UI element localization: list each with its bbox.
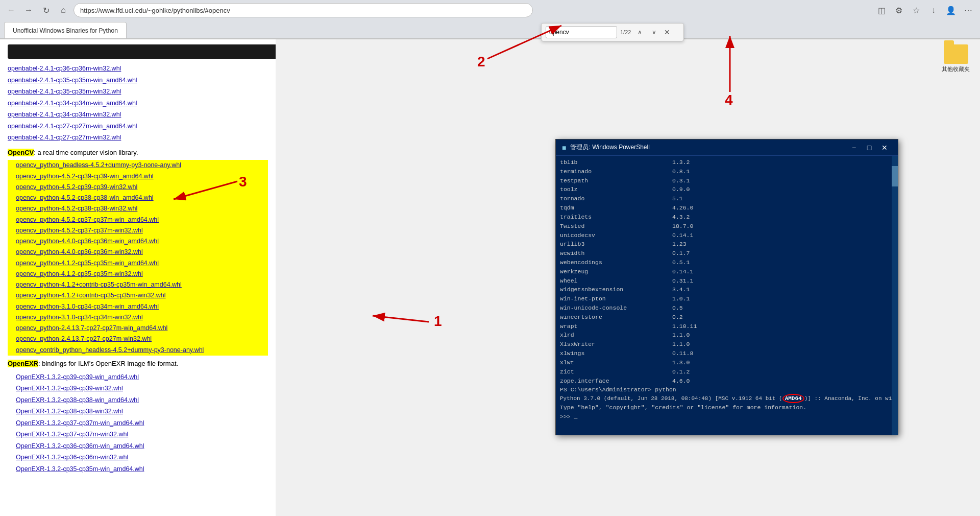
- forward-button[interactable]: →: [21, 3, 36, 17]
- opencv-link-12[interactable]: opencv_python-4.1.2+contrib-cp35-cp35m-w…: [8, 279, 268, 290]
- openexr-link-8[interactable]: OpenEXR-1.3.2-cp36-cp36m-win32.whl: [16, 452, 268, 463]
- find-prev-button[interactable]: ∧: [634, 27, 645, 38]
- ps-row-toolz: toolz0.9.0: [560, 185, 888, 194]
- openexr-link-9[interactable]: OpenEXR-1.3.2-cp35-cp35m-win_amd64.whl: [16, 463, 268, 475]
- ps-row-xlwt: xlwt1.3.0: [560, 358, 888, 367]
- opencv-link-2[interactable]: opencv_python-4.5.2-cp39-cp39-win_amd64.…: [8, 171, 268, 182]
- address-bar[interactable]: [74, 3, 533, 17]
- ps-row-tqdm: tqdm4.26.0: [560, 203, 888, 213]
- opencv-link-4[interactable]: opencv_python-4.5.2-cp38-cp38-win_amd64.…: [8, 193, 268, 203]
- openexr-link-7[interactable]: OpenEXR-1.3.2-cp36-cp36m-win_amd64.whl: [16, 440, 268, 452]
- openexr-link-2[interactable]: OpenEXR-1.3.2-cp39-cp39-win32.whl: [16, 383, 268, 394]
- powershell-window: ■ 管理员: Windows PowerShell − □ ✕ tblib1.3…: [555, 139, 898, 435]
- ps-row-win-unicode: win-unicode-console0.5: [560, 303, 888, 313]
- main-content: openbabel-2.4.1-cp36-cp36m-win32.whl ope…: [0, 39, 980, 516]
- ps-row-widgetsnbext: widgetsnbextension3.4.1: [560, 285, 888, 294]
- opencv-link-15[interactable]: opencv_python-3.1.0-cp34-cp34m-win32.whl: [8, 312, 268, 323]
- find-close-button[interactable]: ✕: [663, 28, 672, 37]
- ps-close-btn[interactable]: ✕: [877, 142, 892, 154]
- more-button[interactable]: ⋯: [961, 3, 976, 18]
- find-input[interactable]: [546, 26, 617, 38]
- opencv-link-10[interactable]: opencv_python-4.1.2-cp35-cp35m-win_amd64…: [8, 258, 268, 269]
- ps-row-traitlets: traitlets4.3.2: [560, 213, 888, 222]
- ps-minimize-btn[interactable]: −: [847, 142, 861, 154]
- openexr-section-header: OpenEXR: bindings for ILM's OpenEXR imag…: [8, 359, 268, 369]
- ps-row-zope: zope.interface4.6.0: [560, 377, 888, 386]
- ps-help-line: Type "help", "copyright", "credits" or "…: [560, 403, 888, 412]
- ps-title-icon: ■: [562, 144, 566, 152]
- ps-row-zict: zict0.1.2: [560, 367, 888, 377]
- download-button[interactable]: ↓: [926, 3, 941, 18]
- webpage-panel: openbabel-2.4.1-cp36-cp36m-win32.whl ope…: [0, 39, 276, 516]
- ps-inner: tblib1.3.2 terminado0.8.1 testpath0.3.1 …: [556, 156, 898, 435]
- ps-row-xlwings: xlwings0.11.8: [560, 349, 888, 358]
- ps-row-terminado: terminado0.8.1: [560, 167, 888, 176]
- ps-prompt-line: PS C:\Users\Administrator> python: [560, 385, 888, 394]
- ps-row-urllib3: urllib31.23: [560, 240, 888, 249]
- openexr-link-5[interactable]: OpenEXR-1.3.2-cp37-cp37m-win_amd64.whl: [16, 417, 268, 429]
- openexr-link-6[interactable]: OpenEXR-1.3.2-cp37-cp37m-win32.whl: [16, 429, 268, 440]
- ps-row-testpath: testpath0.3.1: [560, 176, 888, 185]
- opencv-link-9[interactable]: opencv_python-4.4.0-cp36-cp36m-win32.whl: [8, 247, 268, 257]
- openexr-link-4[interactable]: OpenEXR-1.3.2-cp38-cp38-win32.whl: [16, 406, 268, 417]
- ps-window-buttons: − □ ✕: [847, 142, 892, 154]
- openexr-links-section: OpenEXR-1.3.2-cp39-cp39-win_amd64.whl Op…: [8, 371, 268, 475]
- opencv-link-5[interactable]: opencv_python-4.5.2-cp38-cp38-win32.whl: [8, 203, 268, 214]
- browser-icons-area: ◫ ⚙ ☆ ↓ 👤 ⋯: [874, 3, 976, 18]
- openbabel-link-3[interactable]: openbabel-2.4.1-cp35-cp35m-win32.whl: [8, 86, 268, 98]
- back-button[interactable]: ←: [4, 3, 18, 17]
- ps-row-tornado: tornado5.1: [560, 194, 888, 203]
- openbabel-link-7[interactable]: openbabel-2.4.1-cp27-cp27m-win32.whl: [8, 132, 268, 144]
- ps-title-text: 管理员: Windows PowerShell: [570, 143, 847, 152]
- extensions-button[interactable]: ◫: [874, 3, 889, 18]
- opencv-link-18[interactable]: opencv_contrib_python_headless-4.5.2+dum…: [8, 345, 268, 356]
- ps-row-wcwidth: wcwidth0.1.7: [560, 249, 888, 258]
- openbabel-link-2[interactable]: openbabel-2.4.1-cp35-cp35m-win_amd64.whl: [8, 75, 268, 86]
- opencv-link-3[interactable]: opencv_python-4.5.2-cp39-cp39-win32.whl: [8, 182, 268, 193]
- opencv-link-6[interactable]: opencv_python-4.5.2-cp37-cp37m-win_amd64…: [8, 215, 268, 225]
- openbabel-link-1[interactable]: openbabel-2.4.1-cp36-cp36m-win32.whl: [8, 63, 268, 75]
- ps-content[interactable]: tblib1.3.2 terminado0.8.1 testpath0.3.1 …: [556, 156, 892, 435]
- home-button[interactable]: ⌂: [56, 3, 70, 17]
- ps-row-wheel: wheel0.31.1: [560, 276, 888, 286]
- ps-row-webencodings: webencodings0.5.1: [560, 258, 888, 267]
- ps-maximize-btn[interactable]: □: [862, 142, 876, 154]
- opencv-link-1[interactable]: opencv_python_headless-4.5.2+dummy-py3-n…: [8, 160, 268, 171]
- active-tab[interactable]: Unofficial Windows Binaries for Python: [4, 22, 127, 38]
- ps-row-wincertstore: wincertstore0.2: [560, 313, 888, 322]
- refresh-button[interactable]: ↻: [39, 3, 53, 17]
- openexr-link-1[interactable]: OpenEXR-1.3.2-cp39-cp39-win_amd64.whl: [16, 371, 268, 383]
- favorites-button[interactable]: ☆: [909, 3, 924, 18]
- opencv-link-17[interactable]: opencv_python-2.4.13.7-cp27-cp27m-win32.…: [8, 334, 268, 344]
- tab-title: Unofficial Windows Binaries for Python: [13, 27, 118, 34]
- ps-row-xlsxwriter: XlsxWriter1.1.0: [560, 340, 888, 349]
- openbabel-link-5[interactable]: openbabel-2.4.1-cp34-cp34m-win32.whl: [8, 109, 268, 121]
- find-bar: 1/22 ∧ ∨ ✕: [541, 23, 684, 41]
- settings-button[interactable]: ⚙: [891, 3, 906, 18]
- ps-row-unicodecsv: unicodecsv0.14.1: [560, 231, 888, 240]
- ps-row-twisted: Twisted18.7.0: [560, 222, 888, 231]
- opencv-link-16[interactable]: opencv_python-2.4.13.7-cp27-cp27m-win_am…: [8, 323, 268, 334]
- opencv-link-14[interactable]: opencv_python-3.1.0-cp34-cp34m-win_amd64…: [8, 301, 268, 312]
- ps-scrollbar-thumb[interactable]: [892, 166, 898, 186]
- openbabel-link-6[interactable]: openbabel-2.4.1-cp27-cp27m-win_amd64.whl: [8, 121, 268, 132]
- opencv-links-section: opencv_python_headless-4.5.2+dummy-py3-n…: [8, 160, 268, 356]
- ps-row-werkzeug: Werkzeug0.14.1: [560, 267, 888, 276]
- opencv-link-11[interactable]: opencv_python-4.1.2-cp35-cp35m-win32.whl: [8, 269, 268, 279]
- ps-cursor-line: >>> _: [560, 412, 888, 421]
- ps-python-version-line: Python 3.7.0 (default, Jun 28 2018, 08:0…: [560, 394, 888, 403]
- openexr-link-3[interactable]: OpenEXR-1.3.2-cp38-cp38-win_amd64.whl: [16, 394, 268, 406]
- blacked-out-header: [8, 44, 276, 59]
- opencv-link-13[interactable]: opencv_python-4.1.2+contrib-cp35-cp35m-w…: [8, 290, 268, 301]
- ps-titlebar: ■ 管理员: Windows PowerShell − □ ✕: [556, 139, 898, 156]
- find-next-button[interactable]: ∨: [648, 27, 659, 38]
- profile-button[interactable]: 👤: [943, 3, 959, 18]
- folder-icon[interactable]: 其他收藏夹: [942, 44, 970, 73]
- ps-row-win-inet: win-inet-pton1.0.1: [560, 294, 888, 303]
- folder-label: 其他收藏夹: [942, 65, 970, 73]
- opencv-link-8[interactable]: opencv_python-4.4.0-cp36-cp36m-win_amd64…: [8, 236, 268, 247]
- ps-scrollbar[interactable]: [892, 156, 898, 435]
- opencv-desc: : a real time computer vision library.: [34, 149, 138, 156]
- opencv-link-7[interactable]: opencv_python-4.5.2-cp37-cp37m-win32.whl: [8, 225, 268, 236]
- openbabel-link-4[interactable]: openbabel-2.4.1-cp34-cp34m-win_amd64.whl: [8, 98, 268, 109]
